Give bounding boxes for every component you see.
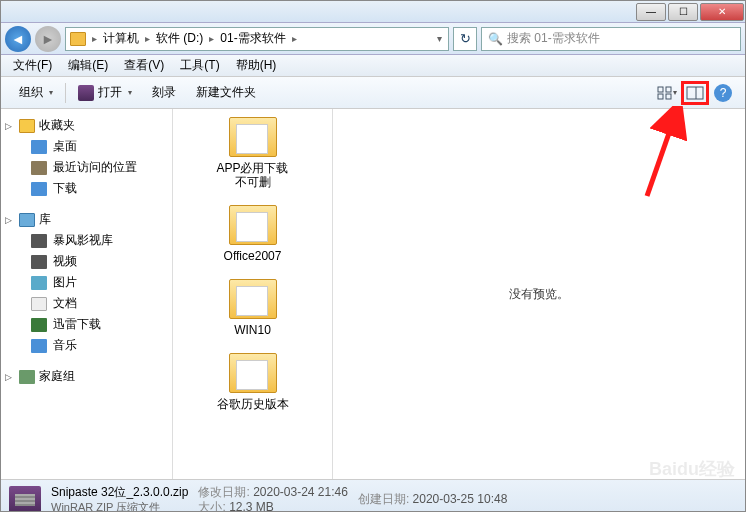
tree-item-downloads[interactable]: 下载 bbox=[1, 178, 172, 199]
back-button[interactable]: ◄ bbox=[5, 26, 31, 52]
tree-item-recent[interactable]: 最近访问的位置 bbox=[1, 157, 172, 178]
folder-item[interactable]: 谷歌历史版本 bbox=[213, 353, 293, 411]
view-options-button[interactable]: ▾ bbox=[653, 81, 681, 105]
tree-item-storm[interactable]: 暴风影视库 bbox=[1, 230, 172, 251]
navigation-tree: ▷收藏夹 桌面 最近访问的位置 下载 ▷库 暴风影视库 视频 图片 文档 迅雷下… bbox=[1, 109, 173, 479]
search-placeholder: 搜索 01-需求软件 bbox=[507, 30, 600, 47]
svg-rect-1 bbox=[666, 87, 671, 92]
help-button[interactable]: ? bbox=[709, 81, 737, 105]
libraries-icon bbox=[19, 213, 35, 227]
explorer-body: ▷收藏夹 桌面 最近访问的位置 下载 ▷库 暴风影视库 视频 图片 文档 迅雷下… bbox=[1, 109, 745, 479]
breadcrumb-seg[interactable]: 01-需求软件 bbox=[216, 30, 289, 47]
tree-homegroup[interactable]: ▷家庭组 bbox=[1, 366, 172, 387]
help-icon: ? bbox=[714, 84, 732, 102]
tree-item-documents[interactable]: 文档 bbox=[1, 293, 172, 314]
file-size: 12.3 MB bbox=[229, 500, 274, 513]
folder-item[interactable]: Office2007 bbox=[213, 205, 293, 263]
burn-button[interactable]: 刻录 bbox=[142, 84, 186, 101]
preview-pane-button[interactable] bbox=[681, 81, 709, 105]
selected-file-type: WinRAR ZIP 压缩文件 bbox=[51, 500, 188, 513]
tree-item-pictures[interactable]: 图片 bbox=[1, 272, 172, 293]
watermark: Baidu经验 bbox=[649, 457, 735, 481]
picture-icon bbox=[31, 276, 47, 290]
desktop-icon bbox=[31, 140, 47, 154]
tree-item-music[interactable]: 音乐 bbox=[1, 335, 172, 356]
video-icon bbox=[31, 255, 47, 269]
preview-pane-icon bbox=[686, 86, 704, 100]
forward-button[interactable]: ► bbox=[35, 26, 61, 52]
folder-icon bbox=[229, 205, 277, 245]
folder-icon bbox=[229, 279, 277, 319]
chevron-right-icon: ▸ bbox=[207, 33, 216, 44]
tree-item-video[interactable]: 视频 bbox=[1, 251, 172, 272]
preview-pane: 没有预览。 bbox=[333, 109, 745, 479]
window-titlebar: — ☐ ✕ bbox=[1, 1, 745, 23]
modified-date: 2020-03-24 21:46 bbox=[253, 485, 348, 499]
no-preview-text: 没有预览。 bbox=[509, 286, 569, 303]
toolbar: 组织 打开 刻录 新建文件夹 ▾ ? bbox=[1, 77, 745, 109]
menu-help[interactable]: 帮助(H) bbox=[228, 57, 285, 74]
menu-view[interactable]: 查看(V) bbox=[116, 57, 172, 74]
homegroup-icon bbox=[19, 370, 35, 384]
navigation-bar: ◄ ► ▸ 计算机 ▸ 软件 (D:) ▸ 01-需求软件 ▸ ▾ ↻ 🔍 搜索… bbox=[1, 23, 745, 55]
folder-icon bbox=[229, 353, 277, 393]
winrar-icon bbox=[78, 85, 94, 101]
created-date: 2020-03-25 10:48 bbox=[413, 492, 508, 506]
folder-icon bbox=[70, 32, 86, 46]
download-icon bbox=[31, 182, 47, 196]
address-bar[interactable]: ▸ 计算机 ▸ 软件 (D:) ▸ 01-需求软件 ▸ ▾ bbox=[65, 27, 449, 51]
winrar-icon bbox=[9, 486, 41, 513]
folder-item[interactable]: WIN10 bbox=[213, 279, 293, 337]
menu-tools[interactable]: 工具(T) bbox=[172, 57, 227, 74]
svg-rect-3 bbox=[666, 94, 671, 99]
view-icon bbox=[657, 86, 673, 100]
open-button[interactable]: 打开 bbox=[68, 84, 142, 101]
xunlei-icon bbox=[31, 318, 47, 332]
organize-button[interactable]: 组织 bbox=[9, 84, 63, 101]
svg-rect-4 bbox=[687, 87, 703, 99]
document-icon bbox=[31, 297, 47, 311]
menu-edit[interactable]: 编辑(E) bbox=[60, 57, 116, 74]
recent-icon bbox=[31, 161, 47, 175]
refresh-button[interactable]: ↻ bbox=[453, 27, 477, 51]
music-icon bbox=[31, 339, 47, 353]
breadcrumb-seg[interactable]: 计算机 bbox=[99, 30, 143, 47]
content-area: APP必用下载不可删 Office2007 WIN10 谷歌历史版本 没有预览。 bbox=[173, 109, 745, 479]
minimize-button[interactable]: — bbox=[636, 3, 666, 21]
chevron-right-icon: ▸ bbox=[90, 33, 99, 44]
menu-bar: 文件(F) 编辑(E) 查看(V) 工具(T) 帮助(H) bbox=[1, 55, 745, 77]
maximize-button[interactable]: ☐ bbox=[668, 3, 698, 21]
selected-file-name: Snipaste 32位_2.3.0.0.zip bbox=[51, 485, 188, 500]
tree-favorites[interactable]: ▷收藏夹 bbox=[1, 115, 172, 136]
folder-icon bbox=[229, 117, 277, 157]
favorites-icon bbox=[19, 119, 35, 133]
menu-file[interactable]: 文件(F) bbox=[5, 57, 60, 74]
search-input[interactable]: 🔍 搜索 01-需求软件 bbox=[481, 27, 741, 51]
file-list[interactable]: APP必用下载不可删 Office2007 WIN10 谷歌历史版本 bbox=[173, 109, 333, 479]
new-folder-button[interactable]: 新建文件夹 bbox=[186, 84, 266, 101]
close-button[interactable]: ✕ bbox=[700, 3, 744, 21]
breadcrumb-seg[interactable]: 软件 (D:) bbox=[152, 30, 207, 47]
svg-rect-0 bbox=[658, 87, 663, 92]
svg-rect-2 bbox=[658, 94, 663, 99]
tree-item-desktop[interactable]: 桌面 bbox=[1, 136, 172, 157]
details-pane: Snipaste 32位_2.3.0.0.zip WinRAR ZIP 压缩文件… bbox=[1, 479, 745, 512]
tree-item-xunlei[interactable]: 迅雷下载 bbox=[1, 314, 172, 335]
tree-libraries[interactable]: ▷库 bbox=[1, 209, 172, 230]
dropdown-icon[interactable]: ▾ bbox=[435, 33, 444, 44]
search-icon: 🔍 bbox=[488, 32, 503, 46]
folder-item[interactable]: APP必用下载不可删 bbox=[213, 117, 293, 189]
video-icon bbox=[31, 234, 47, 248]
chevron-right-icon: ▸ bbox=[290, 33, 299, 44]
chevron-right-icon: ▸ bbox=[143, 33, 152, 44]
